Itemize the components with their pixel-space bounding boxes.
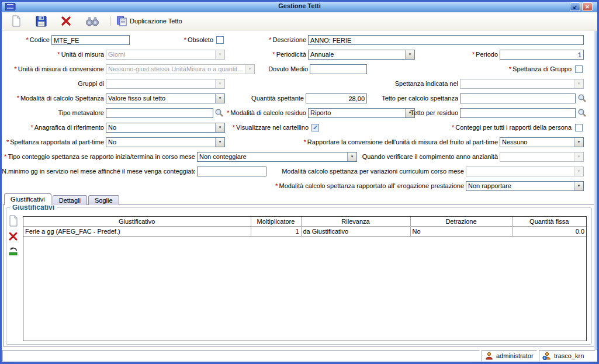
- add-row-button[interactable]: [8, 215, 20, 227]
- window-buttons: ↙ ✕: [570, 2, 593, 11]
- unita-conversione-label: *Unità di misura di conversione: [2, 64, 104, 74]
- quantita-spettante-input[interactable]: [306, 93, 367, 103]
- rapportare-conversione-dropdown[interactable]: Nessuno▼: [500, 137, 584, 147]
- tetto-residuo-lookup-button[interactable]: [577, 108, 587, 118]
- required-marker: *: [227, 109, 229, 116]
- close-icon: ✕: [585, 4, 590, 10]
- quantita-spettante-label: Quantità spettante: [241, 93, 304, 103]
- modalita-spettanza-label: *Modalità di calcolo Spettanza: [2, 93, 104, 103]
- tetto-spettanza-input[interactable]: [460, 93, 576, 103]
- status-user-panel-trasco: trasco_krn: [539, 350, 595, 362]
- status-user-name: trasco_krn: [554, 352, 584, 359]
- required-marker: *: [6, 138, 9, 145]
- unita-conversione-dropdown[interactable]: Nessuno-giust.stessa UnitàMisura o a qua…: [106, 64, 255, 74]
- quando-verificare-label: Quando verificare il compimento anno anz…: [358, 152, 498, 162]
- periodo-label: *Periodo: [458, 50, 498, 60]
- spettanza-gruppo-label: *Spettanza di Gruppo: [463, 64, 572, 74]
- new-button[interactable]: [11, 15, 22, 27]
- unita-misura-label: *Unità di misura: [31, 50, 104, 60]
- dovuto-medio-input[interactable]: [310, 64, 367, 74]
- spettanza-indicata-label: Spettanza indicata nel: [347, 79, 458, 89]
- save-icon: [36, 16, 47, 27]
- gruppi-di-dropdown[interactable]: ▼: [106, 79, 225, 89]
- delete-icon: [8, 231, 18, 241]
- descrizione-input[interactable]: [308, 35, 584, 45]
- modalita-variazioni-label: Modalità calcolo spettanza per variazion…: [265, 167, 464, 176]
- tab-soglie[interactable]: Soglie: [88, 195, 119, 205]
- required-marker: *: [272, 51, 275, 58]
- status-user-panel-administrator: administrator: [482, 350, 537, 362]
- delete-row-button[interactable]: [8, 231, 20, 243]
- visualizzare-cartellino-checkbox[interactable]: ✓: [311, 124, 319, 131]
- save-button[interactable]: [36, 15, 47, 27]
- search-button[interactable]: [85, 15, 99, 27]
- required-marker: *: [472, 51, 475, 58]
- tab-dettagli[interactable]: Dettagli: [53, 195, 87, 205]
- tetto-residuo-label: Tetto per residuo: [393, 108, 458, 118]
- tipo-metavalore-input[interactable]: [106, 108, 213, 118]
- periodicita-label: *Periodicità: [247, 50, 306, 60]
- modalita-residuo-label: *Modalità di calcolo residuo: [218, 108, 306, 118]
- unita-misura-dropdown[interactable]: Giorni▼: [106, 50, 225, 60]
- column-header-detrazione: Detrazione: [410, 217, 512, 227]
- undo-icon: [8, 245, 19, 256]
- close-button[interactable]: ✕: [582, 2, 593, 11]
- required-marker: *: [184, 36, 186, 43]
- tipo-conteggio-label: *Tipo conteggio spettanza se rapporto in…: [2, 152, 195, 162]
- duplicate-tetto-button[interactable]: Duplicazione Tetto: [116, 15, 182, 27]
- chevron-down-icon: ▼: [574, 152, 583, 161]
- cell-rilevanza: da Giustificativo: [301, 227, 410, 237]
- n-minimo-input[interactable]: [197, 167, 266, 176]
- spettanza-parttime-label: *Spettanza rapportata al part-time: [2, 137, 104, 147]
- required-marker: *: [57, 51, 60, 58]
- chevron-down-icon: ▼: [347, 152, 356, 161]
- obsoleto-label: *Obsoleto: [160, 35, 213, 45]
- chevron-down-icon: ▼: [574, 182, 583, 190]
- gruppi-di-label: Gruppi di: [57, 79, 104, 89]
- tetto-spettanza-label: Tetto per calcolo spettanza: [364, 93, 458, 103]
- chevron-down-icon: ▼: [574, 79, 583, 88]
- delete-icon: [61, 16, 71, 26]
- modalita-erogazione-dropdown[interactable]: Non rapportare▼: [466, 181, 584, 191]
- chevron-down-icon: ▼: [215, 138, 224, 147]
- spettanza-indicata-dropdown[interactable]: ▼: [460, 79, 584, 89]
- required-marker: *: [17, 95, 19, 102]
- spettanza-gruppo-checkbox[interactable]: [575, 65, 583, 73]
- required-marker: *: [26, 36, 28, 43]
- undo-row-button[interactable]: [8, 245, 20, 257]
- toolbar-separator: [110, 16, 110, 26]
- tetto-residuo-input[interactable]: [460, 108, 576, 118]
- spettanza-parttime-dropdown[interactable]: No▼: [106, 137, 225, 147]
- required-marker: *: [4, 153, 6, 160]
- conteggi-rapporti-checkbox[interactable]: [575, 124, 583, 131]
- column-header-moltiplicatore: Moltiplicatore: [251, 217, 301, 227]
- obsoleto-checkbox[interactable]: [216, 36, 224, 44]
- minimize-arrow-icon: ↙: [573, 4, 577, 10]
- delete-button[interactable]: [61, 15, 71, 27]
- rapportare-conversione-label: *Rapportare la conversione dell'unità di…: [265, 137, 498, 147]
- tetto-spettanza-lookup-button[interactable]: [577, 93, 587, 103]
- table-row[interactable]: Ferie a gg (AFEG_FAC - Predef.) 1 da Giu…: [23, 227, 586, 237]
- copy-icon: [116, 16, 127, 26]
- modalita-variazioni-dropdown[interactable]: ▼: [466, 167, 584, 176]
- periodicita-dropdown[interactable]: Annuale▼: [308, 50, 415, 60]
- title-bar: Gestione Tetti ↙ ✕: [2, 2, 597, 13]
- modalita-spettanza-dropdown[interactable]: Valore fisso sul tetto▼: [106, 93, 225, 103]
- required-marker: *: [304, 138, 306, 145]
- minimize-button[interactable]: ↙: [570, 2, 580, 11]
- chevron-down-icon: ▼: [574, 167, 583, 176]
- periodo-input[interactable]: [500, 50, 584, 60]
- chevron-down-icon: ▼: [215, 79, 224, 88]
- anagrafica-dropdown[interactable]: No▼: [106, 123, 225, 133]
- tipo-conteggio-dropdown[interactable]: Non conteggiare▼: [197, 152, 357, 162]
- window-right-edge: [594, 31, 597, 350]
- required-marker: *: [452, 124, 454, 131]
- chevron-down-icon: ▼: [215, 94, 224, 103]
- descrizione-label: *Descrizione: [241, 35, 306, 45]
- column-header-rilevanza: Rilevanza: [301, 217, 410, 227]
- codice-input[interactable]: [51, 35, 130, 45]
- column-header-quantita-fissa: Quantità fissa: [512, 217, 586, 227]
- quando-verificare-dropdown[interactable]: ▼: [500, 152, 584, 162]
- binoculars-icon: [85, 16, 99, 26]
- tab-giustificativi[interactable]: Giustificativi: [4, 193, 51, 205]
